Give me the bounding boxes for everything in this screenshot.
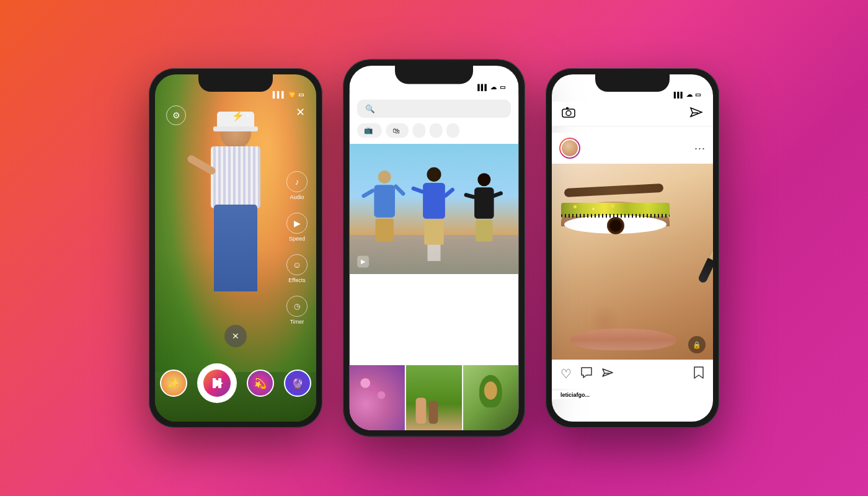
phone-1-reels: ▌▌▌ 🛜 ▭ ⚙ ⚡× ✕ ♪ Audio ▶ xyxy=(149,68,322,428)
close-icon[interactable]: ✕ xyxy=(296,105,305,125)
tab-style[interactable] xyxy=(412,123,425,138)
status-icons-1: ▌▌▌ 🛜 ▭ xyxy=(273,91,304,98)
wifi-icon-1: 🛜 xyxy=(288,91,296,98)
svg-rect-1 xyxy=(218,378,221,388)
svg-rect-4 xyxy=(566,107,569,109)
battery-icon-1: ▭ xyxy=(298,91,304,98)
reels-play-icon: ▶ xyxy=(357,256,369,268)
post-more-button[interactable]: ··· xyxy=(694,142,706,155)
feed-screen: ▌▌▌ ☁ ▭ xyxy=(552,74,713,422)
post-actions-left: ♡ xyxy=(560,366,614,382)
tab-comics[interactable] xyxy=(430,123,443,138)
post-likes-text xyxy=(552,382,713,384)
wifi-icon-3: ☁ xyxy=(686,91,693,98)
comment-button[interactable] xyxy=(580,366,593,382)
reels-record-icon xyxy=(208,374,226,392)
post-image: 🔒 xyxy=(552,161,713,360)
explore-tabs: 📺 🛍 xyxy=(357,123,511,138)
effect-glitter-button[interactable]: 💫 xyxy=(247,370,274,397)
notch-1 xyxy=(198,74,273,92)
timer-control[interactable]: ◷ Timer xyxy=(286,296,308,325)
notch-2 xyxy=(395,66,473,84)
search-icon: 🔍 xyxy=(365,104,375,113)
main-video-reels[interactable]: ▶ xyxy=(350,144,519,274)
phone-3-feed: ▌▌▌ ☁ ▭ xyxy=(546,68,719,428)
share-button[interactable] xyxy=(601,366,614,382)
post-user-row: ··· xyxy=(552,133,713,164)
wifi-icon-2: ☁ xyxy=(490,83,497,91)
tab-shop[interactable]: 🛍 xyxy=(386,123,409,138)
comment-username: leticiafgo... xyxy=(560,392,590,398)
signal-icon-2: ▌▌▌ xyxy=(477,84,488,91)
battery-icon-3: ▭ xyxy=(695,91,701,98)
discard-button[interactable]: ✕ xyxy=(224,325,247,347)
signal-icon-3: ▌▌▌ xyxy=(674,92,684,98)
svg-point-3 xyxy=(566,111,571,116)
status-icons-3: ▌▌▌ ☁ ▭ xyxy=(674,91,701,98)
explore-photo-grid xyxy=(350,365,519,430)
camera-icon[interactable] xyxy=(562,107,575,121)
igtv-icon: 📺 xyxy=(364,126,373,135)
record-button[interactable] xyxy=(197,363,237,403)
effect-purple-button[interactable]: 🔮 xyxy=(284,370,311,397)
feed-header xyxy=(552,102,713,126)
bookmark-button[interactable] xyxy=(693,366,704,383)
phone-2-explore: ▌▌▌ ☁ ▭ 🔍 📺 🛍 xyxy=(343,60,525,437)
grid-photo-people[interactable] xyxy=(406,365,462,430)
reels-screen: ▌▌▌ 🛜 ▭ ⚙ ⚡× ✕ ♪ Audio ▶ xyxy=(155,74,316,422)
signal-icon-1: ▌▌▌ xyxy=(273,91,286,98)
user-avatar[interactable] xyxy=(559,138,580,159)
notch-3 xyxy=(595,74,670,92)
timer-label: Timer xyxy=(290,319,304,325)
effects-label: Effects xyxy=(288,277,305,283)
speed-label: Speed xyxy=(289,236,305,242)
explore-screen: ▌▌▌ ☁ ▭ 🔍 📺 🛍 xyxy=(350,66,519,430)
speed-control[interactable]: ▶ Speed xyxy=(286,213,308,242)
battery-icon-2: ▭ xyxy=(500,83,505,91)
effect-sparkle-button[interactable]: ✨ xyxy=(160,370,187,397)
like-button[interactable]: ♡ xyxy=(560,366,572,382)
grid-photo-avocado[interactable] xyxy=(463,365,519,430)
grid-photo-flowers[interactable] xyxy=(350,365,405,430)
direct-message-icon[interactable] xyxy=(689,107,703,121)
tab-tv-movie[interactable] xyxy=(446,123,459,138)
reels-right-controls: ♪ Audio ▶ Speed ☺ Effects ◷ Timer xyxy=(286,171,308,325)
explore-content: ▶ xyxy=(350,144,519,430)
reels-label: ▶ xyxy=(357,256,371,268)
reels-top-controls: ⚙ ⚡× ✕ xyxy=(155,105,316,125)
svg-rect-0 xyxy=(213,378,216,388)
search-bar[interactable]: 🔍 xyxy=(357,100,511,118)
effects-control[interactable]: ☺ Effects xyxy=(286,254,308,283)
flash-icon[interactable]: ⚡ xyxy=(232,110,244,122)
post-lock-icon: 🔒 xyxy=(688,336,706,353)
settings-icon[interactable]: ⚙ xyxy=(166,105,186,125)
shop-icon: 🛍 xyxy=(392,126,400,135)
reels-bottom-buttons: ✨ 💫 🔮 xyxy=(155,363,316,403)
tab-igtv[interactable]: 📺 xyxy=(357,123,382,138)
audio-control[interactable]: ♪ Audio xyxy=(286,171,308,200)
status-icons-2: ▌▌▌ ☁ ▭ xyxy=(477,83,505,91)
explore-header: 🔍 📺 🛍 xyxy=(350,94,519,142)
audio-label: Audio xyxy=(290,194,304,200)
